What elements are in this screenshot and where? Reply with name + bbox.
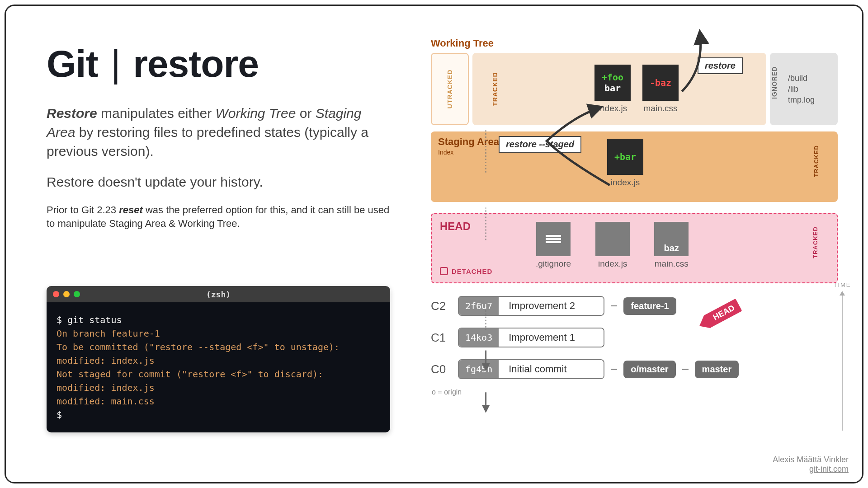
- commit-pill: fg45nInitial commit: [458, 359, 604, 379]
- title-sep: |: [108, 42, 123, 85]
- intro-paragraph: Restore manipulates either Working Tree …: [47, 104, 390, 161]
- credits: Alexis Määttä Vinkler git-init.com: [773, 455, 849, 474]
- file-main-css: -baz main.css: [642, 65, 679, 113]
- file-index-js: +foo bar index.js: [594, 65, 631, 113]
- head-file-main-css: baz main.css: [654, 222, 689, 269]
- checkbox-icon: [440, 267, 448, 275]
- commit-row: C114ko3Improvement 1: [431, 328, 838, 347]
- working-tree-label: Working Tree: [431, 38, 838, 49]
- terminal-line: modified: main.css: [57, 394, 380, 408]
- head-file-index-js: index.js: [595, 222, 630, 269]
- commit-row: C22f6u7Improvement 2feature-1: [431, 296, 838, 316]
- terminal-body: $ git statusOn branch feature-1To be com…: [47, 302, 390, 432]
- tracked-label: TRACKED: [491, 72, 499, 106]
- detached-indicator: DETACHED: [440, 267, 492, 275]
- commit-graph: C22f6u7Improvement 2feature-1C114ko3Impr…: [431, 296, 838, 379]
- window-max-icon: [74, 291, 80, 297]
- commit-message: Improvement 1: [499, 328, 604, 347]
- arrow-up-icon: [840, 291, 845, 296]
- commit-message: Initial commit: [499, 360, 604, 378]
- untracked-zone: UTRACKED: [431, 53, 469, 125]
- commit-id: C2: [431, 299, 452, 313]
- left-panel: Git | restore Restore manipulates either…: [47, 42, 390, 230]
- working-tree-zone: UTRACKED TRACKED +foo bar index.js -baz …: [431, 53, 838, 125]
- terminal-line: Not staged for commit ("restore <f>" to …: [57, 367, 380, 381]
- commit-hash: fg45n: [459, 360, 499, 378]
- no-history-note: Restore doesn't update your history.: [47, 174, 390, 190]
- branch-tag: feature-1: [623, 297, 676, 315]
- restore-callout: restore: [698, 57, 743, 74]
- terminal-titlebar: (zsh): [47, 286, 390, 302]
- page-title: Git | restore: [47, 42, 390, 86]
- commit-hash: 2f6u7: [459, 297, 499, 315]
- file-diff-box: +foo bar: [594, 65, 631, 101]
- commit-pill: 14ko3Improvement 1: [458, 328, 604, 347]
- commit-hash: 14ko3: [459, 328, 499, 347]
- file-box: baz: [654, 222, 689, 256]
- commit-row: C0fg45nInitial commito/mastermaster: [431, 359, 838, 379]
- head-area: HEAD DETACHED TRACKED .gitignore index.j…: [431, 213, 838, 283]
- staging-area: Staging Area Index TRACKED +bar index.js: [431, 131, 838, 202]
- reset-note: Prior to Git 2.23 reset was the preferre…: [47, 203, 390, 230]
- commit-message: Improvement 2: [499, 297, 604, 315]
- terminal-title: (zsh): [206, 290, 231, 299]
- branch-tag: o/master: [623, 361, 675, 378]
- file-box: [536, 222, 571, 256]
- file-diff-box: +bar: [607, 139, 643, 175]
- title-restore: restore: [133, 42, 259, 85]
- head-file-gitignore: .gitignore: [536, 222, 571, 269]
- commit-pill: 2f6u7Improvement 2: [458, 296, 604, 316]
- file-box: [595, 222, 630, 256]
- ignored-label: IGNORED: [771, 63, 778, 99]
- window-min-icon: [63, 291, 70, 297]
- right-diagram: Working Tree UTRACKED TRACKED +foo bar i…: [431, 38, 838, 396]
- origin-note: o = origin: [432, 388, 838, 396]
- title-git: Git: [47, 42, 98, 85]
- terminal-line: On branch feature-1: [57, 327, 380, 340]
- site-link[interactable]: git-init.com: [773, 465, 849, 474]
- terminal-line: To be committed ("restore --staged <f>" …: [57, 340, 380, 354]
- terminal-line: $: [57, 408, 380, 422]
- staging-file: +bar index.js: [607, 139, 643, 188]
- ignored-zone: IGNORED /build/libtmp.log: [770, 53, 838, 125]
- commit-id: C0: [431, 362, 452, 376]
- terminal-line: $ git status: [57, 313, 380, 327]
- terminal-line: modified: index.js: [57, 354, 380, 367]
- untracked-label: UTRACKED: [446, 70, 453, 109]
- head-tracked-label: TRACKED: [812, 226, 819, 258]
- commit-id: C1: [431, 331, 452, 345]
- restore-staged-callout: restore --staged: [499, 136, 581, 153]
- window-close-icon: [53, 291, 59, 297]
- ignored-files: /build/libtmp.log: [788, 73, 815, 105]
- diagram-card: Git | restore Restore manipulates either…: [5, 5, 863, 483]
- branch-tag: master: [695, 361, 739, 378]
- staging-tracked-label: TRACKED: [813, 145, 820, 177]
- head-files: .gitignore index.js baz main.css: [536, 222, 700, 269]
- time-axis: TIME: [833, 282, 851, 431]
- terminal: (zsh) $ git statusOn branch feature-1To …: [47, 286, 390, 432]
- author: Alexis Määttä Vinkler: [773, 455, 849, 465]
- file-diff-box: -baz: [642, 65, 679, 101]
- terminal-line: modified: index.js: [57, 381, 380, 394]
